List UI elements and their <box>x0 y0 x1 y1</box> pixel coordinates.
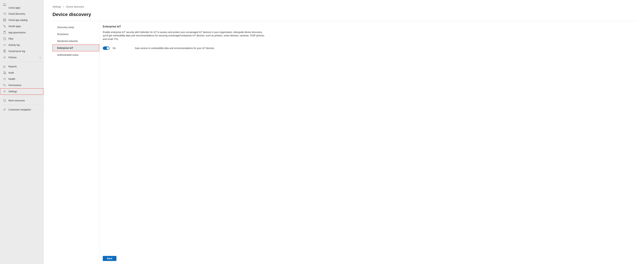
sidebar-item-app-governance[interactable]: App governance <box>0 29 44 36</box>
main-content: Settings Device discovery Device discove… <box>44 0 644 264</box>
clipboard-icon <box>3 31 6 34</box>
sidebar-item-cloud-discovery[interactable]: Cloud discovery <box>0 11 44 17</box>
catalog-icon <box>3 18 6 21</box>
toggle-row: On Gain access to vulnerability data and… <box>103 46 635 50</box>
sidebar-item-label: Activity log <box>8 44 41 46</box>
sidebar-item-more-resources[interactable]: More resources <box>0 98 44 104</box>
hamburger-menu-button[interactable] <box>3 3 6 6</box>
breadcrumb: Settings Device discovery <box>52 5 636 8</box>
sidebar-item-label: Governance log <box>8 50 41 53</box>
breadcrumb-root-link[interactable]: Settings <box>52 5 61 8</box>
cloud-discovery-icon <box>3 12 6 15</box>
subnav-item-label: Authenticated scans <box>57 54 78 56</box>
subnav-item-label: Monitored networks <box>57 40 78 42</box>
page-title: Device discovery <box>52 12 636 17</box>
section-title: Enterprise IoT <box>103 25 635 28</box>
sidebar-item-files[interactable]: Files <box>0 36 44 42</box>
svg-rect-11 <box>4 50 6 53</box>
subnav-item-exclusions[interactable]: Exclusions <box>52 31 99 37</box>
sidebar-item-label: Policies <box>8 56 37 59</box>
detail-pane: Enterprise IoT Enable enterprise IoT sec… <box>100 21 636 264</box>
enterprise-iot-toggle[interactable] <box>103 46 110 50</box>
sidebar-item-customize-navigation[interactable]: Customize navigation <box>0 107 44 113</box>
sidebar-item-label: Cloud discovery <box>8 12 41 15</box>
breadcrumb-current: Device discovery <box>66 5 84 8</box>
svg-point-10 <box>5 45 6 45</box>
sidebar-item-audit[interactable]: Audit <box>0 70 44 76</box>
files-icon <box>3 37 6 40</box>
oauth-icon <box>3 25 6 28</box>
save-button[interactable]: Save <box>103 256 116 261</box>
subnav-item-discovery-setup[interactable]: Discovery setup <box>52 24 99 31</box>
sidebar-item-reports[interactable]: Reports <box>0 63 44 70</box>
subnav-item-monitored-networks[interactable]: Monitored networks <box>52 37 99 44</box>
clipboard-icon <box>3 50 6 53</box>
nav-group-customize: Customize navigation <box>0 106 44 113</box>
sidebar-item-label: Customize navigation <box>8 108 41 111</box>
svg-rect-2 <box>5 19 6 20</box>
nav-group-admin: Reports Audit Health Permissions <box>0 63 44 95</box>
chevron-right-icon <box>63 6 64 7</box>
svg-rect-7 <box>4 31 6 34</box>
sidebar-item-label: Audit <box>8 71 41 74</box>
subnav-item-label: Exclusions <box>57 33 68 35</box>
cloud-apps-icon <box>3 8 6 11</box>
sidebar-item-governance-log[interactable]: Governance log <box>0 48 44 54</box>
sidebar-item-label: Health <box>8 78 41 80</box>
subnav-item-label: Discovery setup <box>57 26 74 29</box>
svg-rect-3 <box>4 20 4 21</box>
nav-group-resources: More resources <box>0 97 44 104</box>
sidebar-item-label: Reports <box>8 65 41 68</box>
sidebar-item-activity-log[interactable]: Activity log <box>0 42 44 48</box>
nav-group-cloud: Cloud apps Cloud discovery Cloud app cat… <box>0 6 44 61</box>
section-description: Enable enterprise IoT security with Defe… <box>103 30 265 41</box>
sidebar-item-label: OAuth apps <box>8 25 41 28</box>
reports-icon <box>3 65 6 68</box>
sidebar-item-policies[interactable]: Policies <box>0 54 44 61</box>
chevron-down-icon <box>39 56 41 58</box>
subnav-item-label: Enterprise IoT <box>57 47 73 49</box>
sidebar-item-cloud-app-catalog[interactable]: Cloud app catalog <box>0 17 44 23</box>
svg-point-16 <box>4 84 5 85</box>
info-icon <box>3 99 6 102</box>
svg-rect-1 <box>4 19 4 20</box>
svg-point-9 <box>4 45 4 45</box>
sidebar-item-label: More resources <box>8 99 41 102</box>
sidebar-item-settings[interactable]: Settings <box>0 88 44 95</box>
sidebar-item-oauth-apps[interactable]: OAuth apps <box>0 23 44 29</box>
svg-rect-4 <box>5 20 6 21</box>
svg-point-0 <box>4 14 5 15</box>
pencil-icon <box>3 108 6 111</box>
audit-icon <box>3 71 6 74</box>
health-icon <box>3 77 6 81</box>
sidebar-item-label: Cloud app catalog <box>8 19 41 21</box>
activity-icon <box>3 43 6 46</box>
gear-icon <box>3 90 6 93</box>
nav-divider <box>2 96 41 96</box>
permissions-icon <box>3 84 6 87</box>
sidebar-item-label: App governance <box>8 31 41 34</box>
toggle-description: Gain access to vulnerability data and re… <box>135 47 214 49</box>
sidebar-item-cloud-apps[interactable]: Cloud apps <box>0 7 44 11</box>
sidebar-item-health[interactable]: Health <box>0 76 44 82</box>
toggle-state-label: On <box>112 47 123 49</box>
left-nav-sidebar: Cloud apps Cloud discovery Cloud app cat… <box>0 0 44 264</box>
sidebar-item-permissions[interactable]: Permissions <box>0 82 44 88</box>
nav-divider <box>2 62 41 62</box>
sidebar-item-label: Settings <box>8 90 41 93</box>
settings-subnav: Discovery setup Exclusions Monitored net… <box>52 21 100 264</box>
sidebar-item-label: Permissions <box>8 84 41 87</box>
sidebar-item-label: Files <box>8 37 41 40</box>
footer-bar: Save <box>103 254 636 264</box>
svg-point-15 <box>4 73 6 74</box>
subnav-item-authenticated-scans[interactable]: Authenticated scans <box>52 51 99 58</box>
sidebar-item-label: Cloud apps <box>8 7 41 9</box>
svg-point-17 <box>4 91 5 92</box>
policies-icon <box>3 56 6 59</box>
subnav-item-enterprise-iot[interactable]: Enterprise IoT <box>52 44 99 51</box>
